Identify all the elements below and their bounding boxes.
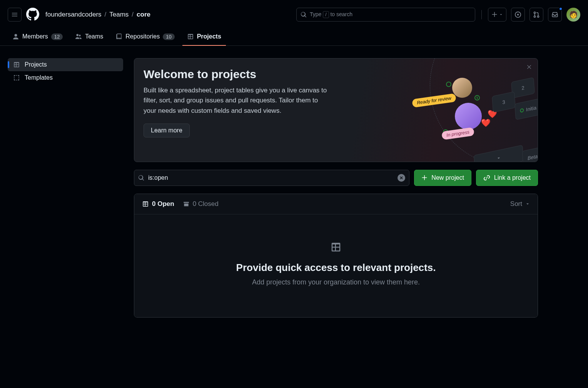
table-icon: [330, 241, 342, 253]
create-new-dropdown[interactable]: [488, 8, 506, 22]
svg-point-1: [517, 14, 519, 16]
hamburger-menu-button[interactable]: [8, 8, 22, 22]
table-icon: [187, 33, 194, 40]
svg-point-4: [537, 16, 539, 17]
pull-requests-button[interactable]: [530, 8, 543, 22]
closed-filter[interactable]: 0 Closed: [183, 200, 219, 208]
welcome-decoration: Ready for review ❤️ ❤️ In progress 2 3 I…: [407, 59, 538, 162]
global-header: foundersandcoders / Teams / core Type / …: [0, 0, 588, 29]
tab-repositories[interactable]: Repositories 10: [111, 29, 179, 45]
blankslate-title: Provide quick access to relevant project…: [142, 262, 530, 274]
global-search-input[interactable]: Type / to search: [296, 8, 475, 22]
table-icon: [142, 201, 149, 207]
sidenav-item-projects[interactable]: Projects: [8, 58, 123, 71]
tab-teams[interactable]: Teams: [70, 29, 108, 45]
svg-point-2: [534, 12, 535, 13]
repos-count-badge: 10: [163, 33, 174, 40]
plus-icon: [491, 12, 498, 18]
sidenav-item-templates[interactable]: Templates: [8, 71, 123, 84]
blankslate-subtitle: Add projects from your organization to v…: [142, 278, 530, 286]
search-icon: [301, 12, 307, 18]
filter-input-container[interactable]: [134, 170, 409, 186]
welcome-banner: Welcome to projects Built like a spreads…: [134, 58, 538, 162]
person-icon: [12, 33, 19, 40]
filter-input[interactable]: [148, 174, 394, 181]
open-filter[interactable]: 0 Open: [142, 200, 174, 208]
sort-dropdown[interactable]: Sort: [510, 200, 530, 208]
tab-members[interactable]: Members 12: [8, 29, 67, 45]
plus-icon: [421, 175, 428, 181]
breadcrumb-team-name[interactable]: core: [137, 11, 150, 18]
triangle-down-icon: [499, 13, 503, 17]
link-project-button[interactable]: Link a project: [476, 170, 538, 186]
search-icon: [138, 175, 144, 181]
svg-point-3: [534, 16, 535, 17]
unread-indicator: [559, 7, 563, 11]
team-tabs: Members 12 Teams Repositories 10 Project…: [0, 29, 588, 46]
tab-projects[interactable]: Projects: [182, 29, 226, 45]
sidenav-item-label: Templates: [25, 74, 53, 81]
repo-icon: [115, 33, 122, 40]
people-icon: [75, 33, 82, 40]
issues-button[interactable]: [511, 8, 525, 22]
breadcrumb: foundersandcoders / Teams / core: [45, 11, 150, 18]
link-icon: [483, 174, 490, 181]
slash-key-hint: /: [323, 11, 329, 18]
inbox-icon: [551, 11, 558, 18]
welcome-description: Built like a spreadsheet, project tables…: [144, 85, 328, 116]
issue-opened-icon: [514, 11, 521, 18]
breadcrumb-teams[interactable]: Teams: [109, 11, 129, 18]
clear-filter-button[interactable]: [398, 174, 405, 182]
breadcrumb-org[interactable]: foundersandcoders: [45, 11, 102, 18]
blankslate: Provide quick access to relevant project…: [134, 214, 538, 317]
sidenav-item-label: Projects: [25, 61, 47, 68]
projects-list: 0 Open 0 Closed Sort Provide quick acces…: [134, 194, 538, 318]
github-logo-icon[interactable]: [26, 8, 39, 22]
git-pull-request-icon: [533, 11, 540, 18]
x-icon: [399, 176, 403, 180]
hamburger-icon: [12, 12, 18, 18]
table-icon: [13, 61, 20, 68]
learn-more-button[interactable]: Learn more: [144, 124, 190, 137]
new-project-button[interactable]: New project: [414, 170, 471, 186]
archive-icon: [183, 201, 190, 207]
template-icon: [13, 74, 20, 81]
user-avatar[interactable]: 🧑: [566, 8, 580, 22]
triangle-down-icon: [525, 202, 530, 206]
members-count-badge: 12: [51, 33, 63, 40]
side-nav: Projects Templates: [8, 58, 123, 318]
